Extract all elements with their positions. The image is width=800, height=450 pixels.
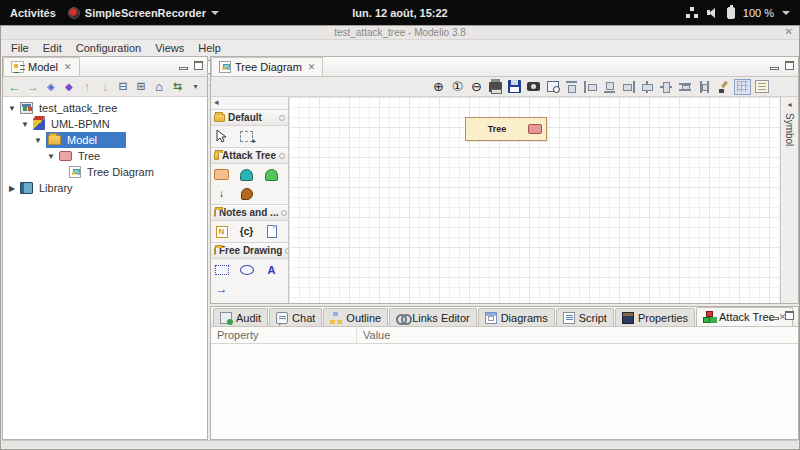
- tree-item-model[interactable]: ▼ Model: [3, 132, 207, 148]
- zoom-out-button[interactable]: ⊖: [468, 79, 485, 95]
- diagram-canvas[interactable]: Tree: [289, 97, 780, 303]
- collapse-all-button[interactable]: ⊟: [115, 78, 132, 95]
- expander-icon[interactable]: ▼: [46, 152, 56, 161]
- page-setup-button[interactable]: [753, 79, 770, 95]
- tab-outline[interactable]: Outline: [323, 308, 388, 326]
- tree-item-project[interactable]: ▼ test_attack_tree: [3, 100, 207, 116]
- line-tool[interactable]: →: [213, 281, 230, 296]
- symbol-expand-icon[interactable]: ◂: [787, 100, 791, 109]
- align-right-button[interactable]: [620, 79, 637, 95]
- attack-node-tool[interactable]: [213, 167, 230, 182]
- move-up-button[interactable]: ↑: [78, 78, 95, 95]
- expander-icon[interactable]: ▼: [20, 120, 30, 129]
- tree-item-tree[interactable]: ▼ Tree: [3, 148, 207, 164]
- zoom-selection-button[interactable]: [544, 79, 561, 95]
- window-close-button[interactable]: ✕: [785, 26, 793, 37]
- sync-selection-button[interactable]: ⇆: [169, 78, 186, 95]
- minimize-panel-button[interactable]: [770, 67, 779, 70]
- palette-section-notes[interactable]: Notes and ...: [211, 204, 288, 221]
- home-button[interactable]: ⌂: [151, 78, 168, 95]
- marquee-tool[interactable]: [238, 129, 255, 144]
- palette-section-attack-tree[interactable]: Attack Tree: [211, 147, 288, 164]
- menu-views[interactable]: Views: [149, 41, 190, 55]
- model-tab-close-icon[interactable]: ✕: [64, 62, 72, 72]
- activities-button[interactable]: Activités: [10, 7, 56, 19]
- constraint-tool[interactable]: {c}: [238, 224, 255, 239]
- tab-model[interactable]: Model ✕: [3, 57, 80, 76]
- select-tool[interactable]: [213, 129, 230, 144]
- center-vertical-button[interactable]: [658, 79, 675, 95]
- same-height-button[interactable]: [696, 79, 713, 95]
- style-brush-button[interactable]: [715, 79, 732, 95]
- tab-script[interactable]: Script: [556, 308, 614, 326]
- tree-view-button[interactable]: ⊞: [133, 78, 150, 95]
- menu-configuration[interactable]: Configuration: [70, 41, 147, 55]
- zoom-in-button[interactable]: ⊕: [430, 79, 447, 95]
- tab-chat[interactable]: Chat: [269, 308, 322, 326]
- menu-edit[interactable]: Edit: [37, 41, 68, 55]
- text-tool[interactable]: A: [263, 262, 280, 277]
- forward-button[interactable]: →: [24, 78, 41, 95]
- minimize-panel-button[interactable]: [179, 67, 188, 70]
- maximize-panel-button[interactable]: [785, 311, 794, 320]
- link-tool[interactable]: ↓: [213, 186, 230, 201]
- status-bar: [2, 440, 798, 448]
- or-gate-tool[interactable]: [263, 167, 280, 182]
- symbol-sidebar[interactable]: ◂ Symbol: [780, 97, 798, 303]
- view-menu-button[interactable]: ▾: [187, 78, 204, 95]
- zoom-100-button[interactable]: ①: [449, 79, 466, 95]
- screenshot-button[interactable]: [525, 79, 542, 95]
- tab-audit[interactable]: Audit: [213, 308, 268, 326]
- expander-icon[interactable]: ▼: [33, 136, 43, 145]
- property-column-header[interactable]: Property: [211, 327, 357, 343]
- window-titlebar[interactable]: test_attack_tree - Modelio 3.8 ✕: [1, 26, 799, 40]
- palette-collapse-button[interactable]: ◂: [211, 97, 288, 109]
- next-modification-button[interactable]: ◆: [60, 78, 77, 95]
- and-gate-tool[interactable]: [238, 167, 255, 182]
- ellipse-tool[interactable]: [238, 262, 255, 277]
- menu-help[interactable]: Help: [192, 41, 227, 55]
- system-tray[interactable]: 100 %: [686, 7, 800, 19]
- same-width-button[interactable]: [677, 79, 694, 95]
- tab-label: Properties: [638, 312, 688, 324]
- palette-section-default[interactable]: Default: [211, 109, 288, 126]
- value-column-header[interactable]: Value: [357, 327, 798, 343]
- tree-root-node[interactable]: Tree: [465, 117, 547, 141]
- countermeasure-tool[interactable]: [238, 186, 255, 201]
- tab-tree-diagram[interactable]: Tree Diagram ✕: [211, 57, 323, 76]
- palette-section-free-drawing[interactable]: Free Drawing: [211, 242, 288, 259]
- menu-file[interactable]: File: [5, 41, 35, 55]
- align-top-button[interactable]: [563, 79, 580, 95]
- center-horizontal-button[interactable]: [639, 79, 656, 95]
- expander-icon[interactable]: ▶: [7, 184, 17, 193]
- toggle-grid-button[interactable]: [734, 79, 751, 95]
- note-tool[interactable]: N: [213, 224, 230, 239]
- tab-label: Links Editor: [412, 312, 469, 324]
- minimize-panel-button[interactable]: [770, 317, 779, 320]
- app-indicator[interactable]: SimpleScreenRecorder: [68, 7, 219, 19]
- tab-diagrams[interactable]: Diagrams: [478, 308, 555, 326]
- tab-links-editor[interactable]: Links Editor: [389, 308, 476, 326]
- document-tool[interactable]: [263, 224, 280, 239]
- expander-icon[interactable]: ▼: [7, 104, 17, 113]
- clock[interactable]: lun. 12 août, 15:22: [352, 0, 447, 25]
- symbol-tab-label: Symbol: [784, 113, 795, 146]
- tree-item-uml-bpmn[interactable]: ▼ UML-BPMN: [3, 116, 207, 132]
- align-left-button[interactable]: [582, 79, 599, 95]
- property-table-body[interactable]: [211, 344, 798, 439]
- back-button[interactable]: ←: [6, 78, 23, 95]
- tab-properties[interactable]: Properties: [615, 308, 695, 326]
- save-image-button[interactable]: [506, 79, 523, 95]
- tree-diagram-tab-close-icon[interactable]: ✕: [308, 62, 316, 72]
- tree-item-tree-diagram[interactable]: Tree Diagram: [3, 164, 207, 180]
- zoom-selection-icon: [547, 81, 559, 92]
- rectangle-tool[interactable]: [213, 262, 230, 277]
- previous-modification-button[interactable]: ◈: [42, 78, 59, 95]
- align-bottom-button[interactable]: [601, 79, 618, 95]
- tree-diagram-tab-icon: [219, 61, 231, 73]
- move-down-button[interactable]: ↓: [96, 78, 113, 95]
- print-button[interactable]: [487, 79, 504, 95]
- maximize-panel-button[interactable]: [785, 61, 794, 70]
- tree-item-library[interactable]: ▶ Library: [3, 180, 207, 196]
- maximize-panel-button[interactable]: [194, 61, 203, 70]
